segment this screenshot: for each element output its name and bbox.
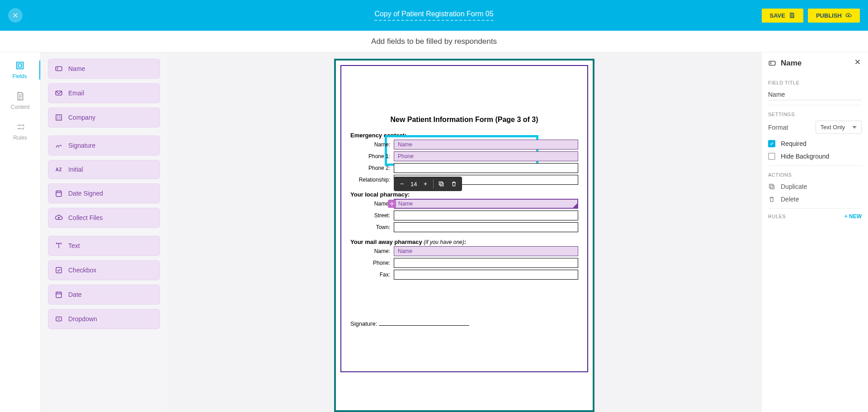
settings-heading: SETTINGS — [768, 112, 862, 117]
palette-item-label: Signature — [68, 142, 95, 149]
plus-icon — [422, 181, 429, 187]
properties-close-button[interactable] — [854, 58, 862, 68]
form-row: Town: — [350, 222, 578, 232]
section-pharmacy-head: Your local pharmacy: — [350, 191, 578, 198]
palette-group: Signature AZ Initial Date Signed Collect… — [48, 136, 160, 228]
document-title[interactable]: Copy of Patient Registration Form 05 — [374, 10, 493, 21]
hide-bg-checkbox[interactable] — [768, 153, 775, 160]
palette-item-text[interactable]: Text — [48, 236, 160, 256]
divider — [768, 165, 862, 166]
palette-item-signature[interactable]: Signature — [48, 136, 160, 155]
form-row: Fax: — [350, 270, 578, 280]
placed-field-name[interactable]: Name — [394, 246, 578, 256]
email-icon — [55, 89, 63, 97]
section-mailaway-rows: Name: Name Phone: Fax: — [350, 246, 578, 280]
rules-row: RULES + NEW — [768, 213, 862, 220]
actions-heading: ACTIONS — [768, 172, 862, 178]
toolbar-increase-button[interactable] — [420, 178, 431, 190]
rules-icon — [15, 122, 25, 132]
palette-item-email[interactable]: Email — [48, 83, 160, 103]
toolbar-decrease-button[interactable] — [396, 178, 408, 190]
palette-item-label: Company — [68, 114, 95, 121]
delete-action[interactable]: Delete — [768, 196, 862, 203]
svg-rect-0 — [791, 13, 793, 14]
svg-rect-1 — [791, 16, 793, 18]
fields-icon — [15, 61, 25, 70]
doc-title: New Patient Information Form (Page 3 of … — [350, 116, 578, 124]
palette-item-dropdown[interactable]: Dropdown — [48, 309, 160, 329]
form-row: Name: Name — [350, 140, 578, 150]
row-label: Phone 2: — [350, 165, 394, 171]
save-icon — [789, 12, 795, 19]
palette-item-company[interactable]: Company — [48, 108, 160, 127]
toolbar-duplicate-button[interactable] — [435, 178, 447, 190]
palette-item-initial[interactable]: AZ Initial — [48, 160, 160, 179]
palette-item-label: Initial — [68, 166, 83, 173]
required-checkbox-row[interactable]: Required — [768, 140, 862, 147]
toolbar-delete-button[interactable] — [448, 178, 460, 190]
placed-field-phone[interactable]: Phone — [394, 151, 578, 161]
blank-field[interactable] — [394, 222, 578, 232]
palette-item-label: Name — [68, 65, 85, 72]
save-button[interactable]: SAVE — [762, 9, 803, 23]
top-actions: SAVE PUBLISH — [762, 9, 860, 23]
text-field-icon — [768, 59, 776, 67]
svg-rect-3 — [18, 64, 21, 67]
blank-field[interactable] — [394, 163, 578, 173]
hide-bg-checkbox-row[interactable]: Hide Background — [768, 153, 862, 160]
palette-item-label: Dropdown — [68, 315, 97, 323]
palette-item-collect-files[interactable]: Collect Files — [48, 208, 160, 228]
nav-rules[interactable]: Rules — [0, 122, 40, 141]
palette-item-date-signed[interactable]: Date Signed — [48, 183, 160, 203]
nav-fields-label: Fields — [12, 73, 27, 80]
format-select[interactable]: Text Only — [816, 121, 862, 134]
close-icon — [854, 58, 862, 66]
signature-label: Signature: — [350, 320, 377, 327]
row-label: Town: — [350, 224, 394, 230]
format-row: Format Text Only — [768, 121, 862, 134]
row-label: Relationship: — [350, 177, 394, 183]
palette-item-name[interactable]: Name — [48, 59, 160, 79]
svg-rect-9 — [56, 292, 61, 298]
nav-content[interactable]: Content — [0, 91, 40, 110]
placed-field-name[interactable]: Name — [394, 140, 578, 150]
row-label: Name: — [350, 248, 394, 254]
resize-handle[interactable] — [573, 203, 577, 208]
move-handle[interactable] — [388, 200, 396, 208]
save-label: SAVE — [770, 12, 785, 19]
duplicate-action[interactable]: Duplicate — [768, 183, 862, 190]
form-row: Name: Name — [350, 199, 578, 209]
signature-icon — [55, 141, 63, 150]
section-mailaway-head-b: (if you have one) — [424, 239, 464, 245]
left-nav: Fields Content Rules — [0, 52, 41, 412]
company-icon — [55, 113, 63, 122]
palette-item-date[interactable]: Date — [48, 285, 160, 304]
check-icon — [769, 141, 774, 146]
form-row: Street: — [350, 211, 578, 220]
hide-bg-label: Hide Background — [781, 153, 829, 160]
field-title-input[interactable] — [768, 89, 862, 100]
row-label: Fax: — [350, 272, 394, 278]
initial-icon: AZ — [55, 167, 63, 172]
close-button[interactable] — [8, 8, 23, 23]
publish-button[interactable]: PUBLISH — [808, 9, 860, 23]
blank-field[interactable] — [394, 258, 578, 268]
blank-field[interactable] — [394, 270, 578, 280]
blank-field[interactable] — [394, 211, 578, 220]
nav-fields[interactable]: Fields — [0, 61, 40, 80]
content-icon — [15, 91, 25, 101]
palette-item-checkbox[interactable]: Checkbox — [48, 260, 160, 280]
canvas[interactable]: New Patient Information Form (Page 3 of … — [167, 52, 761, 412]
palette-item-label: Text — [68, 242, 80, 249]
required-checkbox[interactable] — [768, 140, 775, 147]
svg-rect-5 — [56, 91, 62, 95]
trash-icon — [768, 196, 775, 203]
form-row: Name: Name — [350, 246, 578, 256]
selected-field-name[interactable]: Name — [394, 199, 578, 209]
svg-rect-4 — [56, 67, 62, 71]
section-pharmacy-rows: Name: Name Street: — [350, 199, 578, 232]
new-rule-button[interactable]: + NEW — [844, 213, 862, 220]
divider — [768, 208, 862, 209]
form-row: Relationship: — [350, 175, 578, 185]
page-inner: New Patient Information Form (Page 3 of … — [340, 65, 588, 372]
